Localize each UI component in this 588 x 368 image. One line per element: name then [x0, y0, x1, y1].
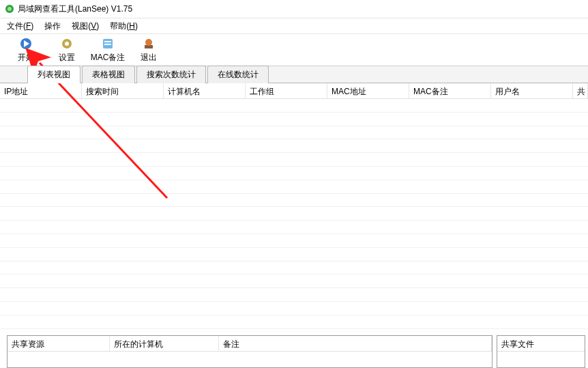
exit-label: 退出: [141, 52, 157, 63]
start-label: 开始: [18, 52, 34, 63]
svg-rect-8: [104, 44, 111, 45]
start-icon: [19, 37, 33, 51]
toolbar: 开始 设置 MAC备注 退出: [0, 34, 588, 66]
note-icon: [101, 37, 115, 51]
table-row[interactable]: [0, 288, 588, 302]
pcol-shared-file[interactable]: 共享文件: [497, 336, 585, 351]
table-row[interactable]: [0, 167, 588, 180]
tab-table-view[interactable]: 表格视图: [82, 66, 135, 83]
grid-rows[interactable]: [0, 99, 588, 330]
table-row[interactable]: [0, 261, 588, 275]
shared-files-header: 共享文件: [497, 336, 585, 352]
tab-online-stats[interactable]: 在线数统计: [207, 66, 269, 83]
app-icon: [4, 3, 15, 14]
table-row[interactable]: [0, 274, 588, 288]
pcol-computer[interactable]: 所在的计算机: [110, 336, 219, 351]
menu-view[interactable]: 视图(V): [66, 19, 104, 33]
titlebar: 局域网查看工具(LanSee) V1.75: [0, 0, 588, 18]
app-window: 局域网查看工具(LanSee) V1.75 文件(F) 操作 视图(V) 帮助(…: [0, 0, 588, 368]
menubar: 文件(F) 操作 视图(V) 帮助(H): [0, 18, 588, 34]
table-row[interactable]: [0, 234, 588, 248]
table-row[interactable]: [0, 315, 588, 329]
pcol-note[interactable]: 备注: [219, 336, 492, 351]
col-workgroup[interactable]: 工作组: [246, 83, 327, 98]
table-row[interactable]: [0, 99, 588, 113]
table-row[interactable]: [0, 113, 588, 126]
col-username[interactable]: 用户名: [491, 83, 573, 98]
pcol-shared-resource[interactable]: 共享资源: [8, 336, 110, 351]
macnote-button[interactable]: MAC备注: [87, 36, 128, 64]
table-row[interactable]: [0, 194, 588, 208]
col-ip[interactable]: IP地址: [0, 83, 82, 98]
start-button[interactable]: 开始: [5, 36, 46, 64]
svg-rect-7: [104, 41, 111, 42]
shared-resources-panel: 共享资源 所在的计算机 备注: [7, 335, 493, 368]
svg-point-5: [65, 42, 69, 46]
exit-button[interactable]: 退出: [128, 36, 169, 64]
column-headers: IP地址 搜索时间 计算机名 工作组 MAC地址 MAC备注 用户名 共: [0, 83, 588, 99]
bottom-panels: 共享资源 所在的计算机 备注 共享文件: [7, 335, 588, 368]
shared-resources-header: 共享资源 所在的计算机 备注: [8, 336, 492, 352]
gear-icon: [60, 37, 74, 51]
tab-search-stats[interactable]: 搜索次数统计: [136, 66, 206, 83]
settings-button[interactable]: 设置: [46, 36, 87, 64]
col-extra[interactable]: 共: [573, 83, 588, 98]
menu-help[interactable]: 帮助(H): [104, 19, 143, 33]
tab-list-view[interactable]: 列表视图: [27, 66, 80, 83]
col-search-time[interactable]: 搜索时间: [82, 83, 164, 98]
col-macnote[interactable]: MAC备注: [409, 83, 491, 98]
svg-point-10: [145, 39, 152, 46]
table-row[interactable]: [0, 302, 588, 315]
tabstrip: 列表视图 表格视图 搜索次数统计 在线数统计: [0, 66, 588, 83]
menu-file[interactable]: 文件(F): [1, 19, 39, 33]
table-row[interactable]: [0, 126, 588, 140]
menu-operate[interactable]: 操作: [39, 19, 66, 33]
exit-icon: [142, 37, 156, 51]
table-row[interactable]: [0, 207, 588, 221]
settings-label: 设置: [59, 52, 75, 63]
table-row[interactable]: [0, 221, 588, 234]
table-row[interactable]: [0, 153, 588, 167]
table-row[interactable]: [0, 248, 588, 261]
col-mac[interactable]: MAC地址: [327, 83, 409, 98]
list-area: IP地址 搜索时间 计算机名 工作组 MAC地址 MAC备注 用户名 共: [0, 83, 588, 330]
col-computer-name[interactable]: 计算机名: [164, 83, 246, 98]
macnote-label: MAC备注: [91, 52, 126, 63]
window-title: 局域网查看工具(LanSee) V1.75: [18, 3, 132, 15]
svg-point-1: [8, 7, 12, 11]
shared-files-panel: 共享文件: [497, 335, 585, 368]
table-row[interactable]: [0, 180, 588, 194]
table-row[interactable]: [0, 329, 588, 330]
table-row[interactable]: [0, 139, 588, 153]
